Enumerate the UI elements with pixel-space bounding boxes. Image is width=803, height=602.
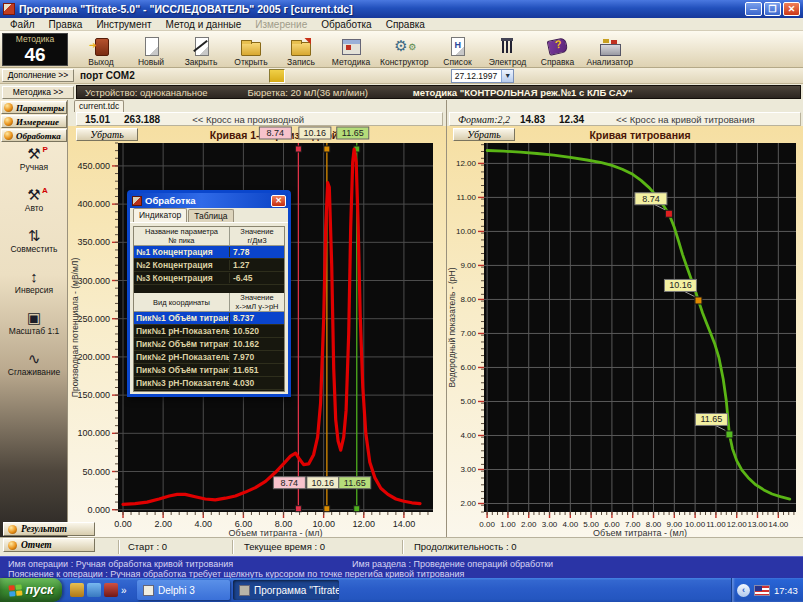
method-number-box: Методика 46	[2, 33, 68, 66]
status-current-time: Текущее время : 0	[244, 541, 325, 552]
sidebar-tool-button[interactable]: ▣ Масштаб 1:1	[9, 310, 60, 336]
camera1-icon[interactable]	[221, 69, 237, 83]
peak-label: 8.74	[267, 128, 285, 138]
№2 Концентрация[interactable]: №2 Концентрация 1.27	[134, 259, 284, 272]
dialog-tab[interactable]: Таблица	[188, 209, 233, 222]
tray-chevron-icon[interactable]	[737, 584, 750, 597]
ph-indicator[interactable]	[269, 69, 285, 83]
dialog-title-bar[interactable]: Обработка	[130, 193, 288, 208]
sidebar-tool-button[interactable]: ⚒Р Ручная	[20, 146, 48, 172]
column-header: x->мЛ y->pH	[230, 302, 284, 311]
x-tick-label: 4.00	[195, 519, 213, 529]
Пик№3 Объём титранта[interactable]: Пик№3 Объём титранта 11.651	[134, 364, 284, 377]
printer-icon[interactable]	[157, 69, 173, 83]
sphere-icon	[8, 541, 17, 550]
menu-item[interactable]: Обработка	[314, 19, 378, 30]
№3 Концентрация[interactable]: №3 Концентрация -6.45	[134, 272, 284, 285]
dialog-tab[interactable]: Индикатор	[133, 208, 187, 222]
toolbar-button[interactable]: Открыть	[226, 32, 276, 67]
method-expand-button[interactable]: Методика >>	[2, 86, 74, 99]
menu-item[interactable]: Инструмент	[89, 19, 158, 30]
paste-icon[interactable]	[301, 69, 317, 83]
y-tick-label: 350.000	[77, 237, 110, 247]
toolbar-button[interactable]: Анализатор	[582, 32, 637, 67]
toolbar-button-label: Запись	[287, 57, 315, 67]
title-bar[interactable]: Программа "Titrate-5.0" - "ИССЛЕДОВАТЕЛЬ…	[0, 0, 803, 18]
burette-icon[interactable]	[429, 69, 445, 83]
sidebar: Параметры Измерение Обработка ⚒Р Ручная …	[0, 100, 68, 537]
menu-item[interactable]: Метод и данные	[159, 19, 249, 30]
counter-7[interactable]	[333, 69, 349, 83]
folders-icon[interactable]	[189, 69, 205, 83]
peak-marker-square	[354, 506, 360, 512]
Пик№3 pH-Показатель[interactable]: Пик№3 pH-Показатель 4.030	[134, 377, 284, 390]
start-button[interactable]: пуск	[0, 578, 62, 602]
image-view-icon[interactable]	[173, 69, 189, 83]
peak-marker-square	[324, 146, 330, 152]
calib1-icon[interactable]	[349, 69, 365, 83]
menu-item[interactable]: Справка	[379, 19, 432, 30]
page-icon[interactable]	[317, 69, 333, 83]
dilute-icon[interactable]	[381, 69, 397, 83]
blank-icon[interactable]	[253, 69, 269, 83]
x-tick-label: 14.00	[768, 520, 789, 529]
menu-item[interactable]: Правка	[42, 19, 90, 30]
toolbar-button[interactable]: Выход	[76, 32, 126, 67]
chevron-down-icon[interactable]: ▼	[501, 70, 513, 82]
remove-button[interactable]: Убрать	[76, 128, 138, 141]
toolbar-button[interactable]: Список	[432, 32, 482, 67]
Пик№1 Объём титранта[interactable]: Пик№1 Объём титранта 8.737	[134, 312, 284, 325]
sidebar-tool-button[interactable]: ∿ Сглаживание	[8, 351, 61, 377]
date-value: 27.12.1997	[455, 71, 498, 81]
close-icon[interactable]	[783, 2, 800, 16]
remove-button[interactable]: Убрать	[453, 128, 515, 141]
report-button[interactable]: Отчет	[3, 538, 95, 552]
toolbar-button[interactable]: Методика	[326, 32, 376, 67]
toolbar-button[interactable]: Справка	[532, 32, 582, 67]
sidebar-mode-button[interactable]: Измерение	[1, 115, 67, 128]
y-tick-label: 4.00	[460, 431, 476, 440]
word-icon[interactable]	[141, 69, 157, 83]
calib2-icon[interactable]	[365, 69, 381, 83]
quicklaunch-overflow-icon[interactable]: »	[121, 585, 127, 596]
language-flag-icon[interactable]	[754, 585, 770, 596]
copy-icon[interactable]	[285, 69, 301, 83]
quicklaunch-lock-icon[interactable]	[70, 583, 84, 597]
quicklaunch-player-icon[interactable]	[104, 583, 118, 597]
titration-chart-plot[interactable]: 2.003.004.005.006.007.008.009.0010.0011.…	[447, 126, 803, 537]
x-tick-label: 13.00	[748, 520, 769, 529]
Пик№2 pH-Показатель[interactable]: Пик№2 pH-Показатель 7.970	[134, 351, 284, 364]
result-button[interactable]: Результат	[3, 522, 95, 536]
toolbar-button[interactable]: Электрод	[482, 32, 532, 67]
cut-icon[interactable]	[413, 69, 429, 83]
Пик№2 Объём титранта[interactable]: Пик№2 Объём титранта 10.162	[134, 338, 284, 351]
sidebar-mode-button[interactable]: Обработка	[1, 129, 67, 142]
quicklaunch-folder-icon[interactable]	[87, 583, 101, 597]
glasses-icon[interactable]	[397, 69, 413, 83]
minimize-icon[interactable]	[745, 2, 762, 16]
№1 Концентрация[interactable]: №1 Концентрация 7.78	[134, 246, 284, 259]
contacts-icon[interactable]	[205, 69, 221, 83]
toolbar-button[interactable]: Запись	[276, 32, 326, 67]
sidebar-tool-button[interactable]: ↕ Инверсия	[15, 269, 53, 295]
document-tab[interactable]: current.tdc	[74, 100, 124, 112]
toolbar-button[interactable]: Закрыть	[176, 32, 226, 67]
camera2-icon[interactable]	[237, 69, 253, 83]
date-combobox[interactable]: 27.12.1997 ▼	[451, 69, 515, 83]
marker-label: 10.16	[669, 280, 692, 290]
main-toolbar: Методика 46 Выход Новый Закрыть Открыть	[0, 31, 803, 68]
menu-item[interactable]: Файл	[3, 19, 42, 30]
addon-expand-button[interactable]: Дополнение >>	[2, 69, 74, 82]
sidebar-mode-button[interactable]: Параметры	[1, 101, 67, 114]
sidebar-tool-button[interactable]: ⚒А Авто	[25, 187, 44, 213]
sidebar-tool-button[interactable]: ⇅ Совместить	[10, 228, 57, 254]
toolbar-button[interactable]: Новый	[126, 32, 176, 67]
coordinates-table-header: Вид координаты Значение x->мЛ y->pH	[134, 293, 284, 312]
taskbar-task-button[interactable]: Delphi 3	[137, 580, 230, 600]
menu-item[interactable]: Измерение	[248, 19, 314, 30]
taskbar-task-button[interactable]: Программа "Titrate - ...	[233, 580, 339, 600]
Пик№1 pH-Показатель[interactable]: Пик№1 pH-Показатель 10.520	[134, 325, 284, 338]
toolbar-button[interactable]: Конструктор	[376, 32, 432, 67]
dialog-close-icon[interactable]	[271, 195, 286, 207]
maximize-icon[interactable]	[764, 2, 781, 16]
